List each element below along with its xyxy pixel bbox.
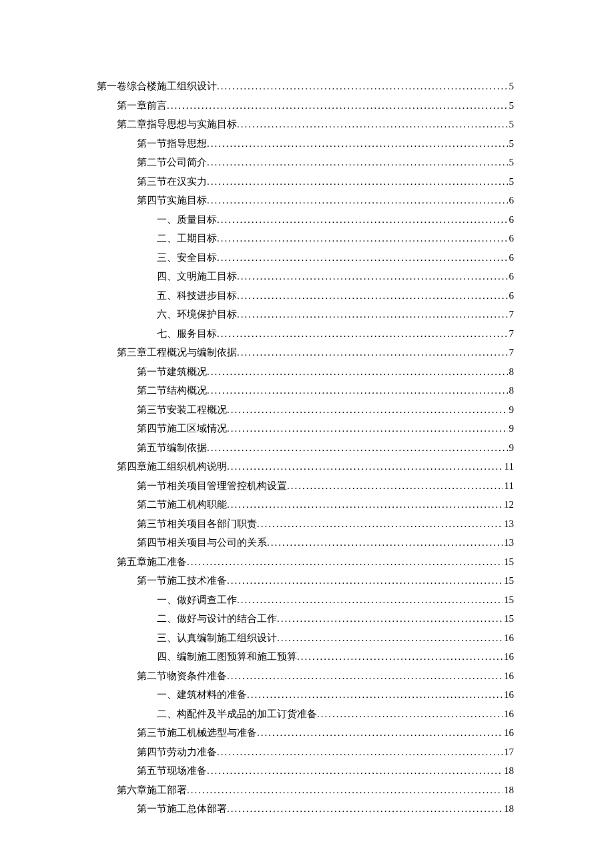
toc-entry: 第四节实施目标6 [97, 191, 514, 210]
toc-label: 第一节指导思想 [137, 134, 207, 153]
toc-page-number: 18 [503, 761, 514, 781]
toc-label: 一、质量目标 [157, 210, 217, 230]
toc-page-number: 5 [508, 77, 515, 96]
toc-label: 三、安全目标 [157, 248, 217, 268]
toc-label: 第二章指导思想与实施目标 [117, 115, 237, 134]
toc-leader-dots [217, 248, 508, 268]
toc-leader-dots [227, 495, 503, 514]
toc-leader-dots [237, 305, 508, 324]
toc-entry: 第二节公司简介5 [97, 153, 514, 172]
toc-entry: 四、文明施工目标6 [97, 267, 514, 286]
toc-page-number: 15 [503, 590, 514, 610]
toc-leader-dots [217, 229, 508, 248]
toc-page-number: 15 [503, 571, 514, 590]
toc-label: 一、建筑材料的准备 [157, 685, 247, 705]
toc-entry: 第四节施工区域情况9 [97, 419, 514, 438]
toc-entry: 第四章施工组织机构说明11 [97, 457, 514, 476]
toc-leader-dots [237, 343, 508, 362]
toc-page-number: 15 [503, 552, 514, 572]
toc-label: 第四节实施目标 [137, 191, 207, 210]
toc-label: 第二节公司简介 [137, 153, 207, 172]
toc-entry: 第一卷综合楼施工组织设计5 [97, 77, 514, 96]
toc-leader-dots [207, 362, 508, 382]
toc-leader-dots [207, 134, 508, 153]
toc-entry: 第五节现场准备18 [97, 761, 514, 781]
toc-leader-dots [167, 96, 508, 115]
toc-entry: 三、认真编制施工组织设计16 [97, 628, 514, 648]
toc-page-number: 16 [503, 723, 514, 743]
toc-entry: 第三节相关项目各部门职责13 [97, 514, 514, 534]
toc-label: 第四节施工区域情况 [137, 419, 227, 438]
toc-label: 第四节劳动力准备 [137, 743, 217, 762]
toc-label: 七、服务目标 [157, 324, 217, 344]
toc-label: 第二节施工机构职能 [137, 495, 227, 514]
toc-page-number: 12 [503, 495, 514, 514]
toc-entry: 七、服务目标7 [97, 324, 514, 344]
toc-label: 第五章施工准备 [117, 552, 187, 572]
toc-label: 第一卷综合楼施工组织设计 [97, 77, 217, 96]
toc-page-number: 18 [503, 781, 514, 800]
toc-leader-dots [257, 514, 503, 534]
toc-label: 第六章施工部署 [117, 781, 187, 800]
toc-entry: 二、工期目标6 [97, 229, 514, 248]
toc-leader-dots [217, 743, 503, 762]
toc-label: 三、认真编制施工组织设计 [157, 628, 277, 648]
toc-page-number: 9 [508, 419, 515, 438]
toc-leader-dots [267, 533, 503, 552]
table-of-contents: 第一卷综合楼施工组织设计5第一章前言5第二章指导思想与实施目标5第一节指导思想5… [97, 77, 514, 819]
toc-entry: 第一节施工总体部署18 [97, 799, 514, 819]
toc-entry: 一、质量目标6 [97, 210, 514, 230]
toc-leader-dots [207, 438, 508, 458]
toc-label: 第五节编制依据 [137, 438, 207, 458]
toc-label: 四、文明施工目标 [157, 267, 237, 286]
toc-leader-dots [207, 381, 508, 400]
toc-leader-dots [317, 705, 503, 724]
toc-label: 第一节施工技术准备 [137, 571, 227, 590]
toc-page-number: 13 [503, 514, 514, 534]
toc-label: 第四节相关项目与公司的关系 [137, 533, 267, 552]
toc-entry: 第六章施工部署18 [97, 781, 514, 800]
toc-label: 第五节现场准备 [137, 761, 207, 781]
toc-leader-dots [207, 191, 508, 210]
toc-label: 第四章施工组织机构说明 [117, 457, 227, 476]
toc-entry: 第二节施工机构职能12 [97, 495, 514, 514]
toc-page-number: 7 [508, 343, 515, 362]
toc-label: 四、编制施工图预算和施工预算 [157, 647, 297, 667]
toc-label: 二、工期目标 [157, 229, 217, 248]
toc-entry: 五、科技进步目标6 [97, 286, 514, 306]
toc-page-number: 11 [503, 476, 514, 496]
toc-entry: 第三节安装工程概况9 [97, 400, 514, 420]
toc-leader-dots [187, 781, 503, 800]
toc-leader-dots [247, 685, 503, 705]
toc-label: 第三节在汉实力 [137, 172, 207, 191]
toc-entry: 第二节结构概况8 [97, 381, 514, 400]
toc-page-number: 6 [508, 267, 515, 286]
toc-entry: 第四节相关项目与公司的关系13 [97, 533, 514, 552]
toc-label: 第一节施工总体部署 [137, 799, 227, 819]
toc-page-number: 13 [503, 533, 514, 552]
toc-leader-dots [227, 571, 503, 590]
toc-entry: 第四节劳动力准备17 [97, 743, 514, 762]
toc-entry: 一、建筑材料的准备16 [97, 685, 514, 705]
toc-label: 二、构配件及半成品的加工订货准备 [157, 705, 317, 724]
toc-leader-dots [217, 210, 508, 230]
toc-label: 第三节安装工程概况 [137, 400, 227, 420]
toc-entry: 第五章施工准备15 [97, 552, 514, 572]
toc-label: 第三章工程概况与编制依据 [117, 343, 237, 362]
toc-page-number: 15 [503, 609, 514, 628]
toc-leader-dots [217, 77, 508, 96]
toc-page-number: 8 [508, 362, 515, 382]
toc-page-number: 8 [508, 381, 515, 400]
toc-label: 六、环境保护目标 [157, 305, 237, 324]
toc-page-number: 7 [508, 324, 515, 344]
toc-leader-dots [207, 153, 508, 172]
toc-entry: 四、编制施工图预算和施工预算16 [97, 647, 514, 667]
toc-leader-dots [237, 286, 508, 306]
toc-entry: 二、构配件及半成品的加工订货准备16 [97, 705, 514, 724]
toc-label: 第三节相关项目各部门职责 [137, 514, 257, 534]
toc-page-number: 16 [503, 647, 514, 667]
toc-page-number: 7 [508, 305, 515, 324]
toc-page-number: 6 [508, 286, 515, 306]
toc-page-number: 16 [503, 628, 514, 648]
toc-entry: 第二节物资条件准备16 [97, 667, 514, 686]
